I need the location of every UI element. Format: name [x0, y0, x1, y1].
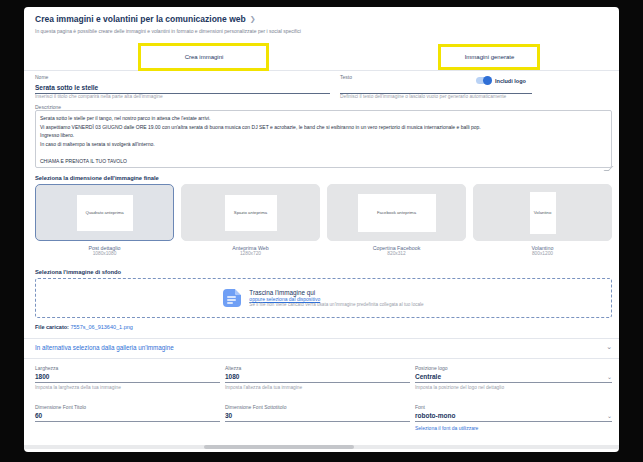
logo-toggle-group: Includi logo	[476, 77, 526, 84]
advanced-fields-grid: Larghezza 1800 Imposta la larghezza dell…	[35, 365, 612, 431]
uploaded-file-label: File caricato:	[35, 324, 69, 330]
includi-logo-label: Includi logo	[495, 78, 526, 84]
background-section-title: Seleziona l'immagine di sfondo	[35, 269, 121, 275]
posizione-logo-select[interactable]: Centrale ⌄	[415, 371, 612, 383]
page-title: Crea immagini e volantini per la comunic…	[35, 14, 246, 24]
gallery-accordion-header[interactable]: In alternativa seleziona dalla galleria …	[35, 343, 612, 351]
descrizione-field-group: Descrizione Serata sotto le stelle per i…	[35, 104, 612, 172]
altezza-value: 1080	[225, 373, 239, 380]
size-option-preview-box: Volantino	[473, 184, 612, 241]
uploaded-file-name[interactable]: 7557s_06_913640_1.png	[70, 324, 132, 330]
size-preview-thumbnail: Facebook anteprima	[358, 194, 436, 232]
nome-value: Serata sotto le stelle	[35, 84, 98, 91]
size-option-anteprima-web[interactable]: Spazio anteprima Anteprima Web 1280x720	[181, 184, 320, 256]
size-option-preview-box: Quadrato anteprima	[35, 184, 174, 241]
size-preview-thumbnail: Volantino	[530, 192, 556, 234]
chevron-down-icon: ⌄	[606, 343, 612, 351]
chevron-down-icon: ⌄	[607, 412, 612, 419]
larghezza-value: 1800	[35, 373, 49, 380]
size-option-post-dettaglio[interactable]: Quadrato anteprima Post dettaglio 1080x1…	[35, 184, 174, 256]
nome-input[interactable]: Serata sotto le stelle	[35, 80, 330, 94]
highlight-box-immagini-generate	[438, 44, 540, 70]
dropzone-hint: Se il file non viene caricato verrà usat…	[249, 302, 423, 307]
scrollbar-thumb[interactable]	[204, 445, 354, 449]
size-preview-thumbnail: Spazio anteprima	[225, 195, 277, 231]
font-titolo-value: 60	[35, 412, 42, 419]
image-dropzone[interactable]: Trascina l'immagine qui oppure seleziona…	[35, 278, 612, 318]
posizione-logo-value: Centrale	[415, 373, 441, 380]
nome-helper: Inserisci il titolo che comparirà nella …	[35, 94, 330, 99]
gallery-accordion-title: In alternativa seleziona dalla galleria …	[35, 344, 174, 351]
divider	[24, 358, 619, 359]
toggle-knob-icon	[483, 76, 492, 85]
size-options: Quadrato anteprima Post dettaglio 1080x1…	[35, 184, 612, 256]
size-option-copertina-facebook[interactable]: Facebook anteprima Copertina Facebook 82…	[327, 184, 466, 256]
includi-logo-toggle[interactable]	[476, 77, 492, 84]
dropzone-line1: Trascina l'immagine qui	[249, 289, 423, 296]
larghezza-helper: Imposta la larghezza della tua immagine	[35, 385, 220, 390]
font-titolo-input[interactable]: 60	[35, 410, 220, 422]
horizontal-scrollbar[interactable]	[24, 445, 619, 449]
posizione-logo-field-group: Posizione logo Centrale ⌄ Imposta la pos…	[415, 365, 612, 390]
size-option-dimensions: 800x1200	[473, 251, 612, 256]
size-option-preview-box: Facebook anteprima	[327, 184, 466, 241]
dropzone-text: Trascina l'immagine qui oppure seleziona…	[249, 289, 423, 307]
size-option-dimensions: 820x312	[327, 251, 466, 256]
highlight-box-crea-immagini	[138, 43, 269, 71]
larghezza-field-group: Larghezza 1800 Imposta la larghezza dell…	[35, 365, 220, 390]
nome-field-group: Nome Serata sotto le stelle Inserisci il…	[35, 74, 330, 99]
font-value: roboto-mono	[415, 412, 455, 419]
font-sottotitolo-field-group: Dimensione Font Sottotitolo 30	[225, 404, 410, 431]
size-option-dimensions: 1080x1080	[35, 251, 174, 256]
font-field-group: Font roboto-mono ⌄ Seleziona il font da …	[415, 404, 612, 431]
app-page: Crea immagini e volantini per la comunic…	[24, 7, 619, 452]
page-subtitle: In questa pagina è possibile creare dell…	[35, 28, 301, 34]
chevron-right-icon: ❯	[250, 15, 256, 23]
testo-helper: Definisci il testo dell'immagine o lasci…	[340, 94, 532, 99]
font-titolo-field-group: Dimensione Font Titolo 60	[35, 404, 220, 431]
page-header: Crea immagini e volantini per la comunic…	[35, 14, 256, 24]
size-section-title: Seleziona la dimensione dell'immagine fi…	[35, 175, 159, 181]
divider	[24, 338, 619, 339]
posizione-logo-helper: Imposta la posizione del logo nel dettag…	[415, 385, 612, 390]
altezza-helper: Imposta l'altezza della tua immagine	[225, 385, 410, 390]
size-option-dimensions: 1280x720	[181, 251, 320, 256]
font-sottotitolo-value: 30	[225, 412, 232, 419]
size-option-preview-box: Spazio anteprima	[181, 184, 320, 241]
font-picker-link[interactable]: Seleziona il font da utilizzare	[415, 425, 612, 431]
altezza-input[interactable]: 1080	[225, 371, 410, 383]
font-sottotitolo-input[interactable]: 30	[225, 410, 410, 422]
size-preview-thumbnail: Quadrato anteprima	[77, 195, 133, 231]
chevron-down-icon: ⌄	[607, 373, 612, 380]
descrizione-textarea[interactable]: Serata sotto le stelle per il tango, nel…	[35, 110, 612, 168]
font-select[interactable]: roboto-mono ⌄	[415, 410, 612, 422]
uploaded-file-row: File caricato: 7557s_06_913640_1.png	[35, 324, 133, 330]
size-option-volantino[interactable]: Volantino Volantino 800x1200	[473, 184, 612, 256]
altezza-field-group: Altezza 1080 Imposta l'altezza della tua…	[225, 365, 410, 390]
larghezza-input[interactable]: 1800	[35, 371, 220, 383]
file-upload-icon	[223, 289, 241, 307]
